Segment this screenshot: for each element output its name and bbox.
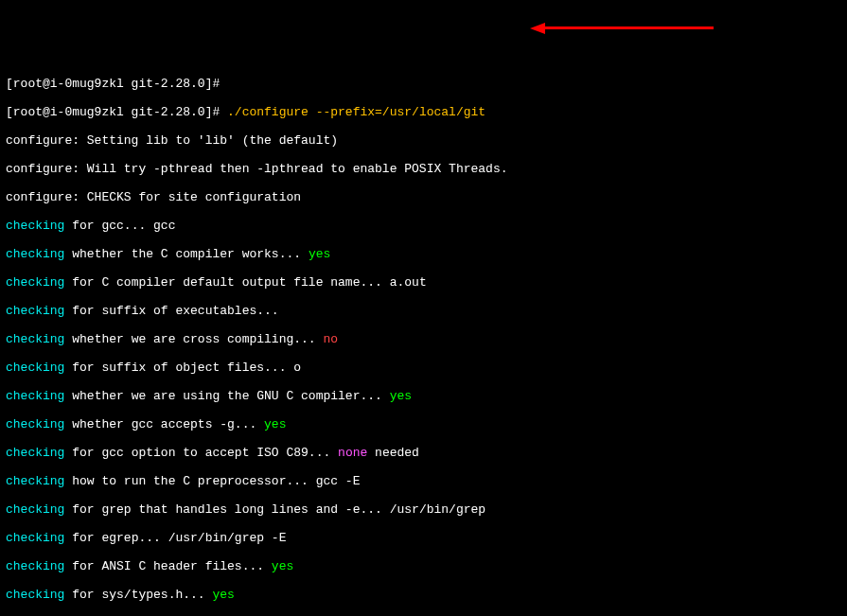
result-yes: yes bbox=[272, 559, 293, 573]
output-line: configure: Setting lib to 'lib' (the def… bbox=[6, 133, 841, 148]
checking-label: checking bbox=[6, 247, 64, 261]
checking-label: checking bbox=[6, 361, 64, 375]
checking-label: checking bbox=[6, 474, 64, 488]
checking-label: checking bbox=[6, 446, 64, 460]
checking-label: checking bbox=[6, 502, 64, 517]
checking-label: checking bbox=[6, 588, 64, 602]
checking-label: checking bbox=[6, 559, 64, 573]
shell-prompt: [root@i-0mug9zkl git-2.28.0]# bbox=[6, 77, 220, 91]
result-yes: yes bbox=[309, 247, 330, 261]
output-line: configure: Will try -pthread then -lpthr… bbox=[6, 162, 841, 176]
result-yes: yes bbox=[390, 389, 412, 403]
checking-label: checking bbox=[6, 417, 64, 431]
terminal-output: [root@i-0mug9zkl git-2.28.0]# [root@i-0m… bbox=[6, 62, 841, 616]
result-none: none bbox=[338, 446, 367, 460]
checking-label: checking bbox=[6, 332, 64, 346]
checking-label: checking bbox=[6, 389, 64, 403]
checking-label: checking bbox=[6, 275, 64, 290]
checking-label: checking bbox=[6, 219, 64, 233]
checking-label: checking bbox=[6, 304, 64, 318]
annotation-arrow-icon bbox=[530, 23, 545, 65]
command-text: ./configure --prefix=/usr/local/git bbox=[227, 105, 485, 119]
output-line: configure: CHECKS for site configuration bbox=[6, 190, 841, 204]
shell-prompt: [root@i-0mug9zkl git-2.28.0]# bbox=[6, 105, 227, 119]
checking-label: checking bbox=[6, 531, 64, 545]
result-no: no bbox=[323, 332, 338, 346]
result-yes: yes bbox=[212, 588, 234, 602]
result-yes: yes bbox=[264, 417, 286, 431]
